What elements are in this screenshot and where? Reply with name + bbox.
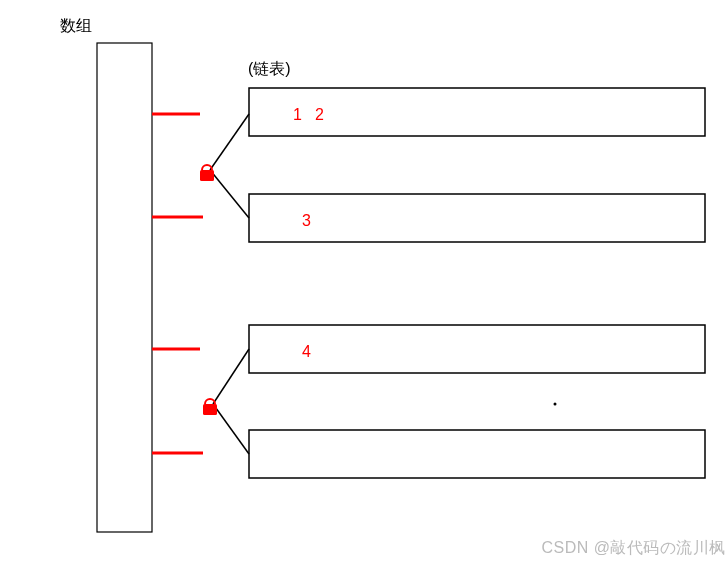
wedge-top-1 — [210, 114, 249, 170]
value-3: 3 — [302, 212, 311, 229]
wedge-bottom-2 — [213, 404, 249, 454]
dot-marker — [554, 403, 557, 406]
array-column — [97, 43, 152, 532]
wedge-bottom-1 — [210, 170, 249, 218]
svg-rect-0 — [200, 170, 214, 181]
linked-list-box-3 — [249, 325, 705, 373]
value-2: 2 — [315, 106, 324, 123]
watermark: CSDN @敲代码の流川枫 — [541, 538, 726, 559]
linked-list-box-4 — [249, 430, 705, 478]
wedge-top-2 — [213, 349, 249, 404]
value-4: 4 — [302, 343, 311, 360]
lock-icon — [203, 399, 217, 415]
lock-icon — [200, 165, 214, 181]
diagram-canvas: 1 2 3 4 — [0, 0, 728, 565]
linked-list-box-2 — [249, 194, 705, 242]
svg-rect-1 — [203, 404, 217, 415]
value-1: 1 — [293, 106, 302, 123]
